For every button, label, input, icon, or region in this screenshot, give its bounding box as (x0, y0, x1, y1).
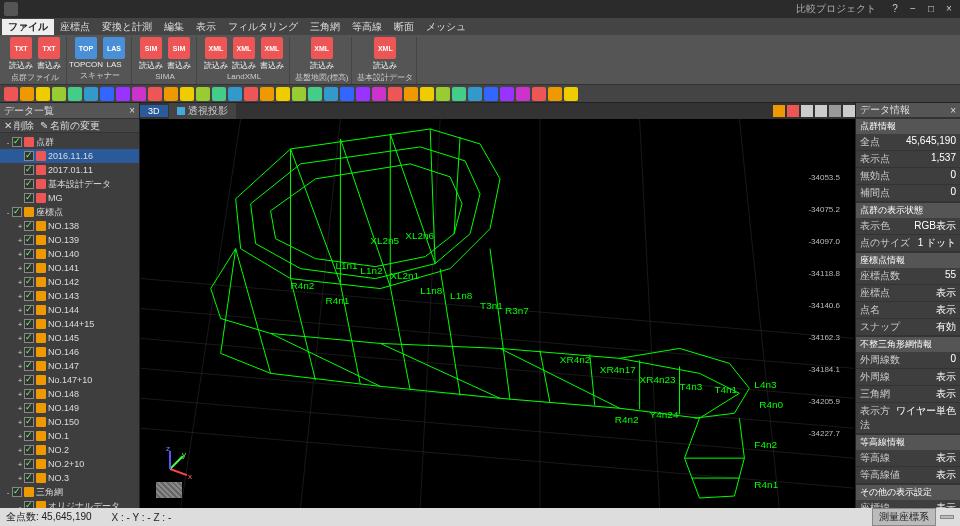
toolbar-btn-15[interactable] (244, 87, 258, 101)
delete-icon[interactable]: ✕ (4, 120, 12, 131)
tree-node[interactable]: 基本設計データ (0, 177, 139, 191)
checkbox[interactable] (24, 193, 34, 203)
checkbox[interactable] (24, 347, 34, 357)
tab-perspective[interactable]: 透視投影 (169, 103, 236, 119)
checkbox[interactable] (24, 249, 34, 259)
toolbar-btn-33[interactable] (532, 87, 546, 101)
toolbar-btn-5[interactable] (84, 87, 98, 101)
ribbon-btn-読込み[interactable]: XML読込み (309, 37, 335, 71)
tree-node[interactable]: +NO.140 (0, 247, 139, 261)
ribbon-btn-読込み[interactable]: XML読込み (372, 37, 398, 71)
help-icon[interactable]: ? (888, 2, 902, 16)
menu-item-1[interactable]: 変換と計測 (96, 19, 158, 35)
tree-node[interactable]: +NO.2+10 (0, 457, 139, 471)
checkbox[interactable] (24, 431, 34, 441)
menu-file[interactable]: ファイル (2, 19, 54, 35)
viewport-tool-0[interactable] (773, 105, 785, 117)
ribbon-btn-読込み[interactable]: TXT読込み (8, 37, 34, 71)
menu-item-8[interactable]: メッシュ (420, 19, 472, 35)
checkbox[interactable] (12, 487, 22, 497)
viewport-tool-4[interactable] (829, 105, 841, 117)
checkbox[interactable] (24, 459, 34, 469)
checkbox[interactable] (24, 151, 34, 161)
tree-node[interactable]: 2016.11.16 (0, 149, 139, 163)
ribbon-btn-読込み[interactable]: XML読込み (203, 37, 229, 71)
toolbar-btn-13[interactable] (212, 87, 226, 101)
toolbar-btn-23[interactable] (372, 87, 386, 101)
ribbon-btn-TOPCON[interactable]: TOPTOPCON (73, 37, 99, 69)
checkbox[interactable] (12, 137, 22, 147)
tab-3d[interactable]: 3D (140, 105, 168, 117)
viewport-tool-5[interactable] (843, 105, 855, 117)
tree-node[interactable]: +NO.146 (0, 345, 139, 359)
toolbar-btn-11[interactable] (180, 87, 194, 101)
data-tree[interactable]: -点群2016.11.162017.01.11基本設計データMG-座標点+NO.… (0, 133, 139, 508)
tree-node[interactable]: +NO.1 (0, 429, 139, 443)
toolbar-btn-6[interactable] (100, 87, 114, 101)
toolbar-btn-18[interactable] (292, 87, 306, 101)
toolbar-btn-21[interactable] (340, 87, 354, 101)
tree-node[interactable]: +NO.139 (0, 233, 139, 247)
toolbar-btn-20[interactable] (324, 87, 338, 101)
menu-item-3[interactable]: 表示 (190, 19, 222, 35)
viewport-tool-1[interactable] (787, 105, 799, 117)
toolbar-btn-27[interactable] (436, 87, 450, 101)
toolbar-btn-17[interactable] (276, 87, 290, 101)
checkbox[interactable] (24, 291, 34, 301)
checkbox[interactable] (24, 277, 34, 287)
checkbox[interactable] (24, 473, 34, 483)
toolbar-btn-12[interactable] (196, 87, 210, 101)
menu-item-6[interactable]: 等高線 (346, 19, 388, 35)
toolbar-btn-22[interactable] (356, 87, 370, 101)
viewport-tool-3[interactable] (815, 105, 827, 117)
tree-node[interactable]: +NO.143 (0, 289, 139, 303)
tree-node[interactable]: +NO.148 (0, 387, 139, 401)
toolbar-btn-4[interactable] (68, 87, 82, 101)
tree-node[interactable]: MG (0, 191, 139, 205)
toolbar-btn-10[interactable] (164, 87, 178, 101)
ribbon-btn-書込み[interactable]: SIM書込み (166, 37, 192, 71)
tree-node[interactable]: +NO.144 (0, 303, 139, 317)
viewport-3d[interactable]: 3D 透視投影 (140, 103, 855, 508)
status-extra-button[interactable] (940, 515, 954, 519)
checkbox[interactable] (24, 417, 34, 427)
tree-node[interactable]: -三角網 (0, 485, 139, 499)
toolbar-btn-0[interactable] (4, 87, 18, 101)
checkbox[interactable] (24, 179, 34, 189)
ribbon-btn-読込み[interactable]: XML読込み (231, 37, 257, 71)
panel-close-icon[interactable]: × (129, 105, 135, 116)
tree-node[interactable]: +NO.145 (0, 331, 139, 345)
tree-node[interactable]: +NO.2 (0, 443, 139, 457)
menu-item-7[interactable]: 断面 (388, 19, 420, 35)
checkbox[interactable] (24, 263, 34, 273)
checkbox[interactable] (24, 221, 34, 231)
checkbox[interactable] (24, 319, 34, 329)
tree-node[interactable]: +NO.3 (0, 471, 139, 485)
menu-item-0[interactable]: 座標点 (54, 19, 96, 35)
menu-item-4[interactable]: フィルタリング (222, 19, 304, 35)
tree-node[interactable]: -点群 (0, 135, 139, 149)
toolbar-btn-16[interactable] (260, 87, 274, 101)
checkbox[interactable] (24, 235, 34, 245)
checkbox[interactable] (24, 165, 34, 175)
toolbar-btn-24[interactable] (388, 87, 402, 101)
minimize-button[interactable]: − (906, 2, 920, 16)
close-button[interactable]: × (942, 2, 956, 16)
checkbox[interactable] (24, 361, 34, 371)
toolbar-btn-7[interactable] (116, 87, 130, 101)
toolbar-btn-32[interactable] (516, 87, 530, 101)
ribbon-btn-読込み[interactable]: SIM読込み (138, 37, 164, 71)
tree-node[interactable]: +NO.142 (0, 275, 139, 289)
tree-node[interactable]: +NO.150 (0, 415, 139, 429)
toolbar-btn-35[interactable] (564, 87, 578, 101)
tree-node[interactable]: +NO.149 (0, 401, 139, 415)
toolbar-btn-3[interactable] (52, 87, 66, 101)
toolbar-btn-34[interactable] (548, 87, 562, 101)
tree-node[interactable]: +NO.144+15 (0, 317, 139, 331)
panel-close-icon[interactable]: × (950, 105, 956, 116)
toolbar-btn-1[interactable] (20, 87, 34, 101)
rename-label[interactable]: 名前の変更 (50, 119, 100, 133)
tree-node[interactable]: -オリジナルデータ (0, 499, 139, 508)
tree-node[interactable]: +No.147+10 (0, 373, 139, 387)
toolbar-btn-29[interactable] (468, 87, 482, 101)
